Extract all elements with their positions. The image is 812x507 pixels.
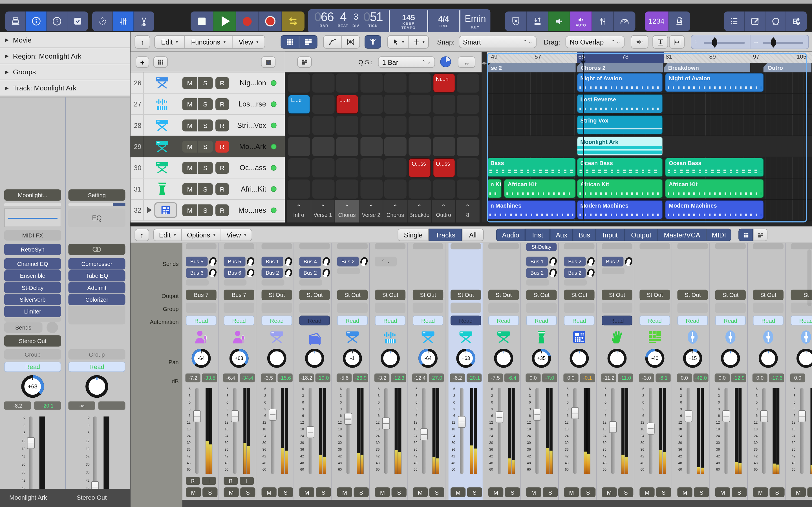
mute-button[interactable]: M: [640, 487, 654, 497]
grid-clip[interactable]: O...ss: [433, 158, 455, 177]
send-slot[interactable]: Bus 2: [564, 268, 594, 278]
pan-knob[interactable]: [305, 349, 324, 368]
fader-cap[interactable]: [684, 410, 693, 422]
arrange-marker[interactable]: se 2: [487, 63, 576, 72]
scene-trigger[interactable]: ⌃8: [456, 200, 479, 223]
fader-cap[interactable]: [382, 417, 390, 429]
send-knob[interactable]: [284, 268, 293, 278]
region[interactable]: Night of Avalon: [576, 73, 663, 92]
grid-cell[interactable]: [312, 73, 335, 93]
automation-mode-button[interactable]: Read: [451, 316, 481, 325]
mute-button[interactable]: M: [183, 205, 197, 216]
timeline-divider[interactable]: ◀▶: [481, 52, 487, 223]
region[interactable]: String Vox: [576, 115, 663, 135]
grid-clip[interactable]: L...e: [336, 95, 358, 114]
send-knob[interactable]: [208, 268, 218, 278]
pan-knob[interactable]: [86, 375, 108, 398]
mixer-view-tab-tracks[interactable]: Tracks: [429, 229, 462, 241]
send-knob[interactable]: [624, 256, 633, 267]
fader-cap[interactable]: [420, 429, 428, 440]
solo-button[interactable]: S: [769, 487, 784, 497]
mute-button[interactable]: M: [413, 487, 428, 497]
send-slot[interactable]: Bus 2: [299, 268, 330, 278]
region[interactable]: Modern Machines: [576, 200, 663, 219]
pan-knob[interactable]: [494, 349, 513, 368]
group-slot[interactable]: [451, 302, 481, 313]
vertical-zoom-button[interactable]: [652, 35, 668, 49]
grid-expand-button[interactable]: ↔: [458, 56, 475, 68]
pan-knob[interactable]: -64: [418, 349, 438, 368]
pan-knob[interactable]: [607, 349, 626, 368]
grid-cell[interactable]: [409, 179, 431, 199]
sends-slot[interactable]: Sends: [4, 322, 43, 333]
output-slot[interactable]: Bus 7: [186, 290, 216, 300]
fader-cap[interactable]: [722, 410, 730, 422]
group-slot[interactable]: Group: [4, 349, 61, 360]
send-destination[interactable]: Bus 2: [337, 257, 359, 267]
grid-cell[interactable]: [336, 116, 358, 135]
output-slot[interactable]: St Out: [602, 290, 632, 300]
send-destination[interactable]: Bus 2: [526, 268, 548, 278]
dial-button[interactable]: [92, 11, 113, 31]
send-knob[interactable]: [586, 256, 596, 267]
grid-cell[interactable]: [409, 116, 431, 135]
region[interactable]: African Kit: [504, 179, 576, 198]
send-destination[interactable]: Bus 5: [186, 257, 207, 267]
mute-button[interactable]: M: [183, 77, 197, 89]
scene-trigger[interactable]: ⌃Chorus: [384, 200, 407, 223]
output-slot[interactable]: Bus 7: [223, 290, 254, 300]
send-knob[interactable]: [208, 256, 218, 267]
grid-cell[interactable]: [409, 137, 431, 156]
grid-cell[interactable]: [457, 137, 479, 156]
send-slot[interactable]: ⌃ ⌄: [375, 257, 397, 267]
mixer-filter-midi[interactable]: MIDI: [706, 229, 731, 241]
record-enable-button[interactable]: R: [215, 98, 229, 110]
mixer-strip-12[interactable]: Bus 2St OutRead-11.2-11.0630361218243036…: [600, 243, 635, 500]
grid-cell[interactable]: [433, 95, 455, 114]
solo-button[interactable]: S: [580, 487, 596, 497]
audio-fx-slot[interactable]: SilverVerb: [4, 294, 61, 305]
metronome-button[interactable]: [668, 11, 690, 31]
output-slot[interactable]: St Out: [677, 290, 708, 300]
record-button[interactable]: [236, 11, 259, 31]
catch-playhead-button[interactable]: [364, 35, 381, 49]
record-enable-button[interactable]: R: [215, 141, 229, 153]
track-row-32[interactable]: 32MSRMo...nes: [131, 200, 285, 221]
mute-button[interactable]: M: [183, 119, 197, 131]
send-slot[interactable]: Bus 2: [526, 268, 557, 278]
inspector-section-1[interactable]: ▶Region: Moonlight Ark: [0, 48, 130, 64]
input-monitor-button[interactable]: I: [202, 477, 216, 485]
group-slot[interactable]: [564, 302, 594, 313]
volume-fader[interactable]: [498, 388, 501, 474]
automation-mode-button[interactable]: Read: [602, 316, 632, 325]
audio-fx-slot[interactable]: St-Delay: [4, 282, 61, 293]
fader-cap[interactable]: [798, 410, 806, 422]
record-enable-button[interactable]: R: [215, 119, 229, 131]
group-slot[interactable]: [526, 302, 557, 313]
send-knob[interactable]: [359, 256, 369, 267]
fader-cap[interactable]: [760, 410, 768, 422]
output-slot[interactable]: St Out: [526, 290, 557, 300]
scene-trigger[interactable]: ⌃Chorus: [335, 200, 359, 223]
send-slot[interactable]: Bus 2: [337, 257, 368, 267]
output-slot[interactable]: St Out: [564, 290, 594, 300]
track-row-30[interactable]: 30MSROc...ass: [131, 157, 285, 178]
output-slot[interactable]: St Out: [715, 290, 746, 300]
disclosure-triangle-icon[interactable]: [147, 207, 152, 213]
record-enable-button[interactable]: R: [215, 162, 229, 174]
mixer-strip-7[interactable]: St OutRead-64-12.4-27.063036121824303642…: [411, 243, 446, 500]
region[interactable]: Ocean Bass: [665, 158, 764, 177]
region[interactable]: Modern Machines: [665, 200, 764, 219]
mixer-strip-16[interactable]: St OutRead0.0-17.6630361218243036424860M…: [751, 243, 785, 500]
grid-clip[interactable]: Ni...n: [433, 73, 455, 93]
grid-cell[interactable]: [385, 137, 407, 156]
list-button[interactable]: [724, 11, 745, 31]
region[interactable]: n Kit: [487, 179, 502, 198]
grid-cell[interactable]: [457, 158, 479, 177]
help-button[interactable]: ?: [47, 11, 67, 31]
bar-ruler[interactable]: 49576573818997105: [487, 52, 812, 63]
solo-button[interactable]: S: [732, 487, 747, 497]
track-row-28[interactable]: 28MSRStri...Vox: [131, 115, 285, 136]
pan-knob[interactable]: -40: [645, 349, 665, 368]
library-button[interactable]: [5, 11, 26, 31]
